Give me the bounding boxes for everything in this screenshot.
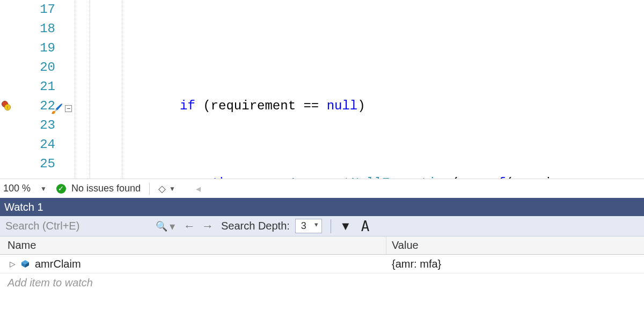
watch-value: {amr: mfa} <box>386 258 644 270</box>
nav-forward-icon[interactable]: → <box>202 219 214 233</box>
format-icon[interactable]: ◇ <box>158 183 166 195</box>
nav-back-icon[interactable]: ← <box>184 219 195 233</box>
editor-status-bar: 100 % ▼ No issues found ◇ ▼ ◂ <box>0 179 644 198</box>
issues-text: No issues found <box>71 183 141 194</box>
line-number: 17 <box>13 0 55 19</box>
search-depth-label: Search Depth: <box>221 220 290 232</box>
no-issues-icon <box>56 184 66 194</box>
watch-search-input[interactable]: Search (Ctrl+E) 🔍 ▾ <box>3 220 180 233</box>
code-area[interactable]: if (requirement == null) throw new Argum… <box>83 0 644 179</box>
watch-name: amrClaim <box>35 258 81 270</box>
watch-search-toolbar: Search (Ctrl+E) 🔍 ▾ ← → Search Depth: 3 … <box>0 216 644 236</box>
outlining-toggle[interactable]: − <box>65 105 72 112</box>
breakpoint-gutter[interactable]: ! <box>0 0 13 179</box>
watch-row[interactable]: ▷ amrClaim {amr: mfa} <box>0 255 644 273</box>
object-icon <box>21 260 30 268</box>
search-options-dropdown-icon[interactable]: ▾ <box>170 220 175 233</box>
watch-panel-title[interactable]: Watch 1 <box>0 198 644 216</box>
col-value-header[interactable]: Value <box>386 236 644 254</box>
text-view-icon[interactable]: A <box>361 218 370 234</box>
search-icon[interactable]: 🔍 <box>156 220 167 232</box>
search-depth-dropdown[interactable]: 3 <box>295 219 322 233</box>
col-name-header[interactable]: Name <box>0 236 386 254</box>
line-number: 22 <box>13 97 55 116</box>
line-number: 23 <box>13 116 55 135</box>
outlining-gutter[interactable]: − <box>62 0 83 179</box>
format-dropdown-icon[interactable]: ▼ <box>169 185 175 193</box>
line-number-gutter: 17 18 19 20 21 22 23 24 25 🖌️ <box>13 0 62 179</box>
line-number: 18 <box>13 19 55 39</box>
code-editor[interactable]: ! 17 18 19 20 21 22 23 24 25 🖌️ − if (re… <box>0 0 644 179</box>
watch-columns-header[interactable]: Name Value <box>0 236 644 255</box>
zoom-level[interactable]: 100 % <box>3 183 31 194</box>
line-number: 20 <box>13 58 55 77</box>
line-number: 19 <box>13 39 55 58</box>
watch-grid[interactable]: ▷ amrClaim {amr: mfa} <box>0 255 644 273</box>
line-number: 24 <box>13 135 55 154</box>
add-watch-item[interactable]: Add item to watch <box>0 273 644 292</box>
quick-actions-icon[interactable]: 🖌️ <box>51 103 63 115</box>
divider <box>331 219 331 233</box>
zoom-dropdown-icon[interactable]: ▼ <box>40 185 47 193</box>
line-number: 25 <box>13 154 55 174</box>
keyword-if: if <box>180 99 195 113</box>
line-number: 21 <box>13 77 55 97</box>
expand-icon[interactable]: ▷ <box>10 260 16 268</box>
nav-prev-icon[interactable]: ◂ <box>196 183 201 195</box>
filter-icon[interactable]: ▼ <box>340 219 352 233</box>
svg-text:!: ! <box>7 105 8 110</box>
breakpoint-exception-icon[interactable]: ! <box>1 101 11 110</box>
search-placeholder: Search (Ctrl+E) <box>3 220 156 232</box>
divider <box>149 183 150 195</box>
